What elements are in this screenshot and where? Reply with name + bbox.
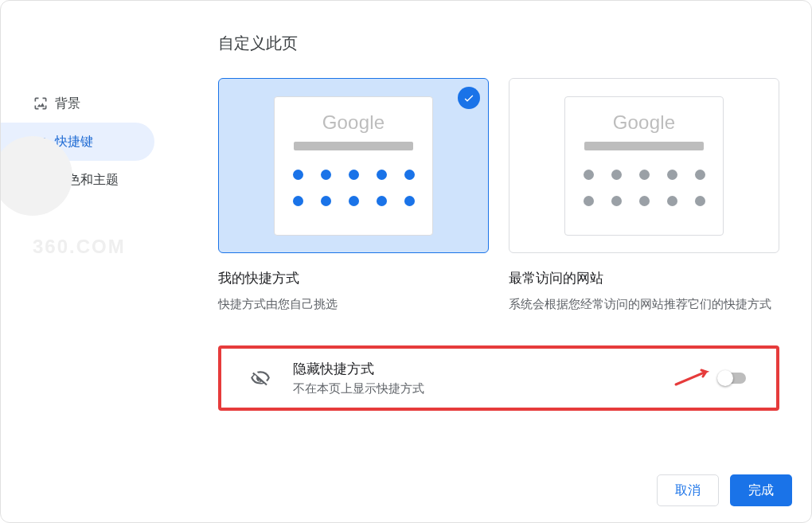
option-title: 我的快捷方式 <box>218 269 489 287</box>
hide-desc: 不在本页上显示快捷方式 <box>293 381 717 396</box>
sidebar-item-color-theme[interactable]: 颜色和主题 <box>1 161 154 199</box>
search-bar-mock <box>584 142 704 150</box>
main-content: 自定义此页 Google <box>162 33 811 462</box>
option-desc: 系统会根据您经常访问的网站推荐它们的快捷方式 <box>509 295 779 314</box>
search-bar-mock <box>294 142 413 150</box>
link-icon <box>33 134 55 150</box>
dialog-body: 背景 快捷键 颜色和主题 自定义此页 <box>1 1 811 462</box>
option-most-visited[interactable]: Google 最常访问的网站 系统会根据您经常访问的网站推荐它们的快捷方式 <box>509 78 779 314</box>
palette-icon <box>33 172 55 188</box>
visibility-off-icon <box>250 368 285 388</box>
sidebar: 背景 快捷键 颜色和主题 <box>1 33 162 462</box>
done-button[interactable]: 完成 <box>730 474 792 506</box>
customize-dialog: 360.COM HUOI360.COM 背景 快捷键 颜色 <box>0 0 812 523</box>
dialog-footer: 取消 完成 <box>1 462 811 522</box>
hide-title: 隐藏快捷方式 <box>293 360 717 378</box>
hide-shortcuts-toggle[interactable] <box>717 370 748 386</box>
google-logo-text: Google <box>322 111 385 134</box>
cancel-button[interactable]: 取消 <box>657 474 719 506</box>
sidebar-item-label: 快捷键 <box>55 134 93 150</box>
card-preview: Google <box>218 78 489 253</box>
image-icon <box>33 96 55 111</box>
ntp-preview: Google <box>564 96 724 236</box>
card-preview: Google <box>509 78 779 253</box>
ntp-preview: Google <box>274 96 433 236</box>
shortcut-options: Google 我的快捷方式 快捷方式由您自己挑选 <box>218 78 779 314</box>
shortcut-dots <box>293 170 415 206</box>
shortcut-dots <box>584 170 705 206</box>
option-my-shortcuts[interactable]: Google 我的快捷方式 快捷方式由您自己挑选 <box>218 78 489 314</box>
hide-shortcuts-row: 隐藏快捷方式 不在本页上显示快捷方式 <box>218 345 779 411</box>
check-icon <box>458 87 480 109</box>
sidebar-item-label: 颜色和主题 <box>55 172 119 189</box>
sidebar-item-background[interactable]: 背景 <box>1 84 154 123</box>
sidebar-item-label: 背景 <box>55 96 80 112</box>
option-title: 最常访问的网站 <box>509 269 779 287</box>
option-desc: 快捷方式由您自己挑选 <box>218 295 489 314</box>
hide-text: 隐藏快捷方式 不在本页上显示快捷方式 <box>293 360 717 396</box>
page-title: 自定义此页 <box>218 33 779 54</box>
google-logo-text: Google <box>613 111 676 134</box>
sidebar-item-shortcuts[interactable]: 快捷键 <box>1 123 154 161</box>
